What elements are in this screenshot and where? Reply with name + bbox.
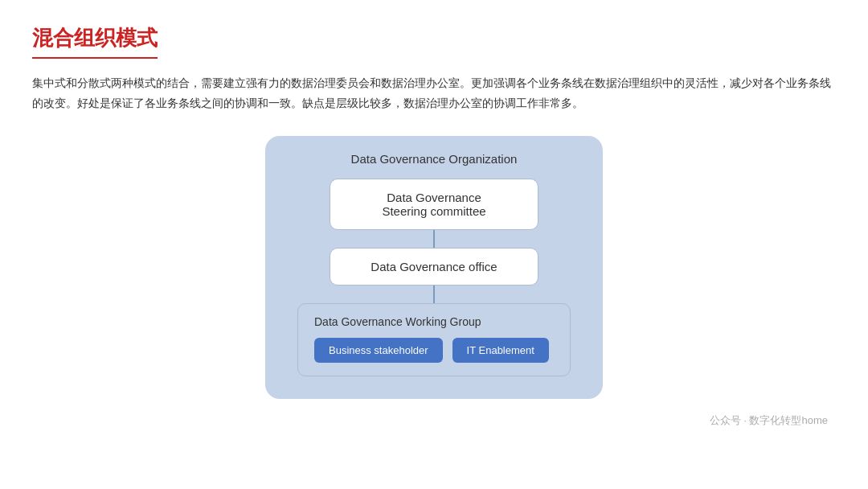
it-enablement-button[interactable]: IT Enablement [452,338,549,363]
steering-line2: Steering committee [382,204,485,218]
description-text: 集中式和分散式两种模式的结合，需要建立强有力的数据治理委员会和数据治理办公室。更… [32,73,836,113]
working-group-box: Data Governance Working Group Business s… [297,303,571,376]
diagram-wrapper: Data Governance Organization Data Govern… [32,136,836,399]
watermark: 公众号 · 数字化转型home [32,413,836,428]
working-group-title: Data Governance Working Group [314,315,554,328]
org-label: Data Governance Organization [351,152,518,166]
connector-2 [433,286,435,303]
steering-line1: Data Governance [387,191,481,204]
steering-committee-box: Data Governance Steering committee [330,179,538,230]
office-label: Data Governance office [371,260,497,273]
page-title: 混合组织模式 [32,24,158,59]
business-stakeholder-button[interactable]: Business stakeholder [314,338,443,363]
connector-1 [433,230,435,248]
org-box: Data Governance Organization Data Govern… [265,136,603,399]
working-group-buttons: Business stakeholder IT Enablement [314,338,554,363]
office-box: Data Governance office [330,248,538,286]
